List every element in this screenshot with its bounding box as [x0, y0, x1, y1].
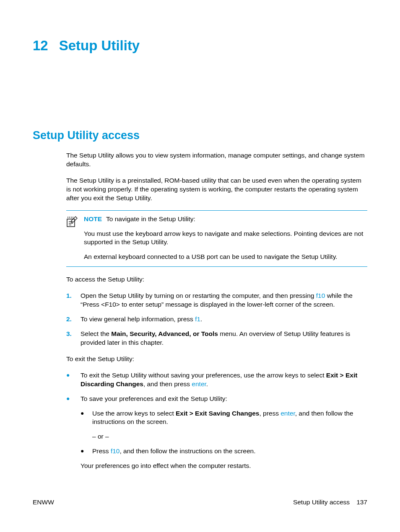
exit-lead: To exit the Setup Utility:	[66, 355, 367, 364]
note-box: NOTETo navigate in the Setup Utility: Yo…	[66, 210, 367, 267]
content-area: The Setup Utility allows you to view sys…	[66, 151, 367, 470]
key-f10: f10	[316, 292, 325, 299]
chapter-title-text: Setup Utility	[59, 38, 140, 53]
page-footer: ENWW Setup Utility access137	[33, 498, 367, 506]
bold-exit-save: Exit > Exit Saving Changes	[176, 410, 259, 417]
step-number: 2.	[66, 315, 81, 324]
note-paragraph-2: An external keyboard connected to a USB …	[84, 253, 367, 261]
step-text: To view general help information, press …	[81, 315, 367, 324]
note-label: NOTE	[84, 215, 102, 222]
page-number: 137	[356, 498, 367, 506]
exit-bullet-2-lead: To save your preferences and exit the Se…	[81, 395, 227, 402]
exit-sub-bullets: ● Use the arrow keys to select Exit > Ex…	[81, 409, 367, 427]
bullet-text: To save your preferences and exit the Se…	[81, 395, 367, 471]
bullet-dot: ●	[66, 371, 81, 389]
step-3: 3. Select the Main, Security, Advanced, …	[66, 330, 367, 347]
exit-bullet-1: ● To exit the Setup Utility without savi…	[66, 371, 367, 389]
chapter-title: 12Setup Utility	[33, 38, 367, 54]
sub-bullet-1: ● Use the arrow keys to select Exit > Ex…	[81, 409, 367, 427]
step-1: 1. Open the Setup Utility by turning on …	[66, 292, 367, 309]
exit-bullets: ● To exit the Setup Utility without savi…	[66, 371, 367, 470]
exit-sub-bullets-2: ● Press f10, and then follow the instruc…	[81, 447, 367, 456]
sub-bullet-text: Press f10, and then follow the instructi…	[92, 447, 367, 456]
key-f1: f1	[195, 315, 200, 323]
note-icon	[66, 216, 78, 230]
step-number: 1.	[66, 292, 81, 309]
note-lead: NOTETo navigate in the Setup Utility:	[84, 215, 367, 224]
step-text: Open the Setup Utility by turning on or …	[81, 292, 367, 309]
bullet-dot: ●	[66, 395, 81, 471]
access-steps: 1. Open the Setup Utility by turning on …	[66, 292, 367, 347]
step-text: Select the Main, Security, Advanced, or …	[81, 330, 367, 347]
key-enter: enter	[192, 380, 206, 387]
bold-menu-names: Main, Security, Advanced, or Tools	[111, 330, 218, 337]
sub-bullet-text: Use the arrow keys to select Exit > Exit…	[92, 409, 367, 427]
note-lead-text: To navigate in the Setup Utility:	[106, 215, 195, 222]
exit-final: Your preferences go into effect when the…	[81, 462, 367, 470]
note-body: NOTETo navigate in the Setup Utility: Yo…	[84, 215, 367, 262]
footer-left: ENWW	[33, 498, 54, 506]
sub-bullet-dot: ●	[81, 447, 92, 456]
note-paragraph-1: You must use the keyboard arrow keys to …	[84, 230, 367, 247]
bullet-text: To exit the Setup Utility without saving…	[81, 371, 367, 389]
intro-paragraph-2: The Setup Utility is a preinstalled, ROM…	[66, 176, 367, 203]
intro-paragraph-1: The Setup Utility allows you to view sys…	[66, 151, 367, 169]
sub-bullet-2: ● Press f10, and then follow the instruc…	[81, 447, 367, 456]
chapter-number: 12	[33, 38, 48, 53]
sub-bullet-dot: ●	[81, 409, 92, 427]
key-f10: f10	[111, 447, 120, 455]
step-2: 2. To view general help information, pre…	[66, 315, 367, 324]
or-separator: – or –	[92, 432, 367, 441]
exit-bullet-2: ● To save your preferences and exit the …	[66, 395, 367, 471]
key-enter: enter	[281, 410, 295, 417]
svg-rect-0	[67, 219, 75, 227]
access-lead: To access the Setup Utility:	[66, 275, 367, 284]
step-number: 3.	[66, 330, 81, 347]
footer-right: Setup Utility access137	[293, 498, 367, 506]
section-title: Setup Utility access	[33, 129, 367, 142]
